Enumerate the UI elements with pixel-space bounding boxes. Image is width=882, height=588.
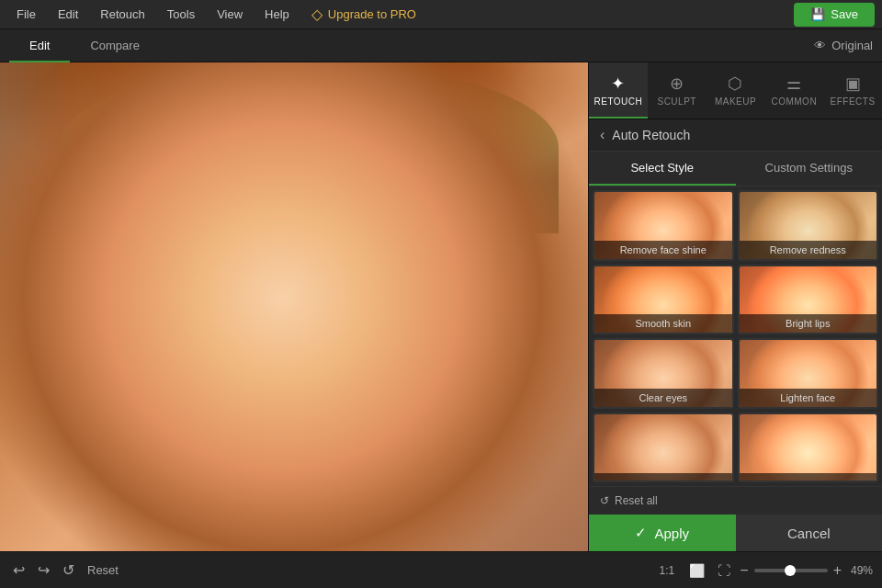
zoom-percent: 49% [851, 564, 873, 577]
reset-all-label: Reset all [615, 494, 658, 507]
style-card-img-6 [594, 414, 732, 483]
style-card-smooth-skin[interactable]: Smooth skin [593, 265, 734, 335]
portrait-image [0, 62, 588, 551]
menu-view[interactable]: View [208, 0, 252, 29]
tab-edit[interactable]: Edit [9, 29, 70, 62]
style-card-label-6 [594, 473, 732, 481]
menu-bar: File Edit Retouch Tools View Help ◇ Upgr… [0, 0, 882, 29]
tool-tab-effects[interactable]: ▣ EFFECTS [823, 62, 882, 119]
zoom-controls: − + [740, 562, 842, 579]
makeup-label: MAKEUP [715, 96, 756, 107]
menu-help[interactable]: Help [255, 0, 299, 29]
menu-edit[interactable]: Edit [49, 0, 87, 29]
style-card-7[interactable] [593, 413, 734, 483]
diamond-icon: ◇ [311, 6, 322, 23]
style-card-bright-lips[interactable]: Bright lips [738, 265, 879, 335]
right-panel: ✦ RETOUCH ⊕ SCULPT ⬡ MAKEUP ⚌ COMMON ▣ E… [588, 62, 882, 551]
edit-tabs-bar: Edit Compare 👁 Original [0, 29, 882, 62]
portrait-face [0, 62, 588, 551]
sub-tab-custom-settings[interactable]: Custom Settings [736, 152, 883, 186]
style-card-label-4: Clear eyes [594, 389, 732, 407]
style-card-8[interactable] [738, 413, 879, 483]
menu-tools[interactable]: Tools [158, 0, 204, 29]
tool-tab-sculpt[interactable]: ⊕ SCULPT [648, 62, 707, 119]
apply-button[interactable]: ✓ Apply [589, 514, 736, 551]
canvas-area[interactable] [0, 62, 588, 551]
tool-tab-common[interactable]: ⚌ COMMON [764, 62, 823, 119]
upgrade-label: Upgrade to PRO [328, 7, 416, 21]
apply-label: Apply [654, 526, 689, 541]
style-card-clear-eyes[interactable]: Clear eyes [593, 338, 734, 409]
effects-label: EFFECTS [831, 96, 876, 107]
tool-tabs: ✦ RETOUCH ⊕ SCULPT ⬡ MAKEUP ⚌ COMMON ▣ E… [589, 62, 882, 119]
style-card-lighten-face[interactable]: Lighten face [738, 338, 879, 409]
tool-tab-retouch[interactable]: ✦ RETOUCH [589, 62, 648, 119]
sculpt-label: SCULPT [657, 96, 695, 107]
save-label: Save [831, 7, 858, 21]
sub-tab-select-style[interactable]: Select Style [589, 152, 736, 186]
redo-button[interactable]: ↪ [34, 561, 53, 579]
sculpt-icon: ⊕ [670, 74, 684, 94]
style-grid: Remove face shine Remove redness Smooth … [589, 187, 882, 486]
face-silhouette-7 [740, 414, 877, 483]
main-content: ✦ RETOUCH ⊕ SCULPT ⬡ MAKEUP ⚌ COMMON ▣ E… [0, 62, 882, 551]
makeup-icon: ⬡ [728, 74, 742, 94]
face-silhouette-6 [594, 414, 732, 483]
save-button[interactable]: 💾 Save [794, 3, 875, 27]
menu-retouch[interactable]: Retouch [91, 0, 153, 29]
check-icon: ✓ [635, 525, 647, 541]
auto-retouch-header: ‹ Auto Retouch [589, 119, 882, 152]
common-label: COMMON [771, 96, 817, 107]
style-card-label-5: Lighten face [740, 389, 877, 407]
auto-retouch-title: Auto Retouch [612, 128, 690, 142]
style-card-label-7 [740, 473, 877, 481]
original-label: Original [831, 39, 873, 52]
style-card-label-1: Remove redness [740, 241, 877, 259]
style-card-remove-redness[interactable]: Remove redness [738, 190, 879, 261]
style-card-label-0: Remove face shine [594, 241, 732, 259]
effects-icon: ▣ [845, 74, 861, 94]
style-card-img-7 [740, 414, 877, 483]
tool-tab-makeup[interactable]: ⬡ MAKEUP [707, 62, 765, 119]
retouch-icon: ✦ [611, 74, 625, 94]
zoom-out-button[interactable]: − [740, 562, 748, 579]
zoom-ratio: 1:1 [660, 564, 675, 577]
tab-compare[interactable]: Compare [70, 29, 159, 62]
eye-icon: 👁 [814, 39, 826, 52]
style-card-label-2: Smooth skin [594, 314, 732, 333]
back-button[interactable]: ‹ [600, 127, 605, 143]
reset-label[interactable]: Reset [84, 563, 122, 577]
reset-icon: ↺ [600, 494, 609, 507]
reset-all-button[interactable]: ↺ Reset all [589, 486, 882, 514]
bottom-bar: ↩ ↪ ↺ Reset 1:1 ⬜ ⛶ − + 49% [0, 551, 882, 588]
fullscreen-icon[interactable]: ⛶ [714, 563, 734, 578]
right-action-bar: ✓ Apply Cancel [589, 514, 882, 551]
save-icon: 💾 [810, 7, 825, 21]
export-icon[interactable]: ⬜ [685, 563, 708, 578]
zoom-in-button[interactable]: + [833, 562, 842, 579]
upgrade-button[interactable]: ◇ Upgrade to PRO [302, 6, 425, 23]
original-toggle[interactable]: 👁 Original [814, 39, 873, 52]
style-card-label-3: Bright lips [740, 314, 877, 333]
reset-button[interactable]: ↺ [59, 561, 78, 579]
cancel-label: Cancel [787, 526, 831, 541]
zoom-slider[interactable] [754, 569, 828, 572]
retouch-label: RETOUCH [594, 96, 643, 107]
common-icon: ⚌ [786, 74, 801, 94]
style-card-remove-shine[interactable]: Remove face shine [593, 190, 734, 261]
cancel-button[interactable]: Cancel [736, 514, 883, 551]
undo-button[interactable]: ↩ [9, 561, 28, 579]
sub-tabs: Select Style Custom Settings [589, 152, 882, 187]
menu-file[interactable]: File [7, 0, 45, 29]
